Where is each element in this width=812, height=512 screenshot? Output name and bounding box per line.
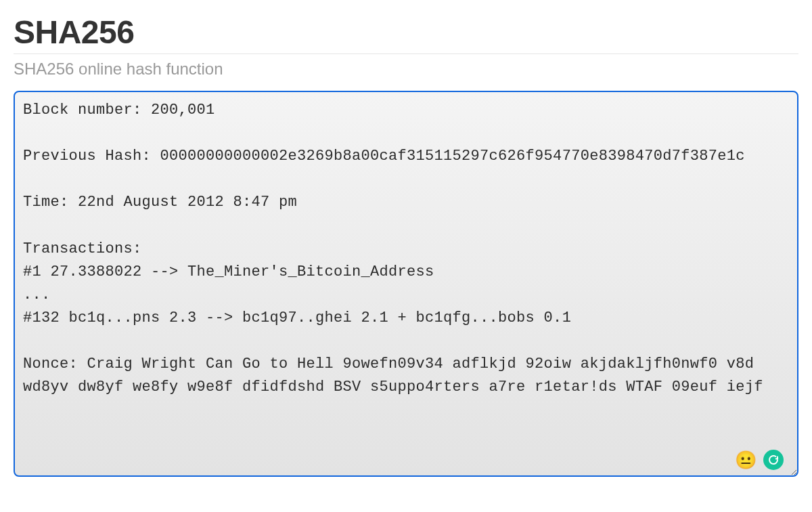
page-title: SHA256 xyxy=(14,14,798,54)
hash-input[interactable] xyxy=(14,91,798,477)
grammarly-icon[interactable] xyxy=(763,450,784,470)
corner-icons: 😐 xyxy=(735,450,784,470)
hash-input-wrapper: 😐 xyxy=(14,91,798,479)
emoji-neutral-icon[interactable]: 😐 xyxy=(735,451,757,469)
page-subtitle: SHA256 online hash function xyxy=(14,60,798,79)
